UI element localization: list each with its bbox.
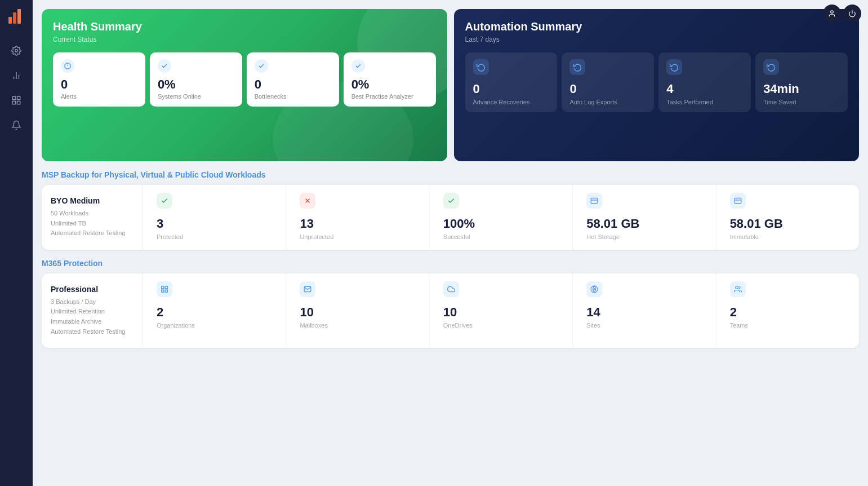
svg-rect-7 [12, 96, 15, 99]
auto-time-saved: 34min Time Saved [755, 52, 848, 112]
alerts-label: Alerts [61, 93, 137, 100]
sidebar-item-analytics[interactable] [6, 65, 26, 86]
systems-value: 0% [158, 78, 234, 91]
time-saved-icon [763, 59, 779, 75]
svg-rect-10 [12, 101, 15, 104]
automation-summary-card: Automation Summary Last 7 days 0 Advance… [454, 9, 860, 161]
sidebar [0, 0, 33, 486]
m365-stat-onedrives: 10 OneDrives [434, 273, 573, 348]
mailboxes-icon [300, 281, 315, 297]
metric-best-practise: 0% Best Practise Analyzer [344, 52, 436, 107]
organizations-label: Organizations [157, 322, 277, 329]
metric-bottlenecks: 0 Bottlenecks [247, 52, 339, 107]
best-practise-value: 0% [351, 78, 428, 91]
svg-rect-22 [162, 286, 164, 289]
msp-stat-protected: 3 Protected [148, 185, 286, 250]
immutable-value: 58.01 GB [730, 217, 850, 231]
m365-plan-details: 3 Backups / Day Unlimited Retention Immu… [51, 297, 133, 337]
hot-storage-value: 58.01 GB [586, 217, 706, 231]
sidebar-item-buildings[interactable] [6, 90, 26, 111]
auto-advance-recoveries: 0 Advance Recoveries [465, 52, 558, 112]
immutable-label: Immutable [730, 233, 850, 240]
alert-icon [61, 59, 74, 73]
svg-rect-9 [17, 101, 20, 104]
hot-storage-icon [586, 193, 602, 209]
user-button[interactable] [823, 5, 841, 23]
teams-value: 2 [730, 305, 850, 320]
teams-icon [730, 281, 746, 297]
svg-point-28 [736, 286, 738, 289]
sites-label: Sites [586, 322, 706, 329]
sidebar-item-bell[interactable] [6, 115, 26, 135]
unprotected-label: Unprotected [300, 233, 420, 240]
time-saved-label: Time Saved [763, 99, 840, 105]
onedrives-value: 10 [443, 305, 563, 320]
svg-rect-2 [17, 9, 21, 24]
advance-recoveries-value: 0 [473, 82, 550, 96]
teams-label: Teams [730, 322, 850, 329]
m365-stat-teams: 2 Teams [721, 273, 859, 348]
msp-stat-immutable: 58.01 GB Immutable [721, 185, 859, 250]
svg-rect-25 [165, 290, 167, 292]
protected-icon [157, 193, 172, 209]
msp-stat-hot-storage: 58.01 GB Hot Storage [577, 185, 716, 250]
m365-section-title: M365 Protection [42, 259, 859, 268]
automation-subtitle: Last 7 days [465, 36, 848, 43]
summary-row: Health Summary Current Status 0 Alerts 0… [42, 9, 859, 161]
protected-value: 3 [157, 217, 277, 231]
msp-stat-successful: 100% Succesful [434, 185, 573, 250]
automation-metrics: 0 Advance Recoveries 0 Auto Log Exports … [465, 52, 848, 112]
log-exports-icon [569, 59, 585, 75]
metric-alerts: 0 Alerts [53, 52, 145, 107]
mailboxes-label: Mailboxes [300, 322, 420, 329]
msp-plan-details: 50 Workloads Unlimited TB Automated Rest… [51, 209, 133, 238]
main-content: Health Summary Current Status 0 Alerts 0… [33, 0, 868, 486]
successful-label: Succesful [443, 233, 563, 240]
svg-point-26 [594, 289, 595, 290]
mailboxes-value: 10 [300, 305, 420, 320]
immutable-icon [730, 193, 746, 209]
tasks-label: Tasks Performed [666, 99, 743, 105]
tasks-icon [666, 59, 682, 75]
sites-value: 14 [586, 305, 706, 320]
unprotected-icon [300, 193, 315, 209]
protected-label: Protected [157, 233, 277, 240]
alerts-value: 0 [61, 78, 137, 91]
organizations-value: 2 [157, 305, 277, 320]
best-practise-icon [351, 59, 365, 73]
advance-recoveries-icon [473, 59, 489, 75]
tasks-value: 4 [666, 82, 743, 96]
svg-rect-1 [13, 12, 16, 24]
onedrives-label: OneDrives [443, 322, 563, 329]
bottlenecks-icon [255, 59, 268, 73]
logo [7, 7, 25, 27]
msp-plan-name: BYO Medium [51, 196, 133, 205]
power-button[interactable] [843, 5, 861, 23]
best-practise-label: Best Practise Analyzer [351, 93, 428, 100]
hot-storage-label: Hot Storage [586, 233, 706, 240]
sites-icon [586, 281, 602, 297]
successful-icon [443, 193, 459, 209]
successful-value: 100% [443, 217, 563, 231]
health-subtitle: Current Status [53, 36, 436, 43]
health-summary-card: Health Summary Current Status 0 Alerts 0… [42, 9, 447, 161]
auto-log-exports: 0 Auto Log Exports [562, 52, 654, 112]
systems-icon [158, 59, 171, 73]
msp-stat-unprotected: 13 Unprotected [291, 185, 429, 250]
topbar [816, 0, 868, 27]
svg-rect-8 [17, 96, 20, 99]
svg-point-3 [15, 50, 18, 52]
svg-rect-18 [591, 198, 598, 203]
sidebar-item-settings[interactable] [6, 41, 26, 61]
auto-tasks-performed: 4 Tasks Performed [658, 52, 751, 112]
systems-label: Systems Online [158, 93, 234, 100]
metric-systems-online: 0% Systems Online [150, 52, 242, 107]
svg-rect-20 [735, 198, 741, 203]
m365-stat-sites: 14 Sites [577, 273, 716, 348]
svg-rect-24 [162, 290, 164, 292]
m365-stat-mailboxes: 10 Mailboxes [291, 273, 429, 348]
bottlenecks-value: 0 [255, 78, 331, 91]
svg-point-27 [591, 286, 598, 293]
log-exports-label: Auto Log Exports [569, 99, 646, 105]
log-exports-value: 0 [569, 82, 646, 96]
